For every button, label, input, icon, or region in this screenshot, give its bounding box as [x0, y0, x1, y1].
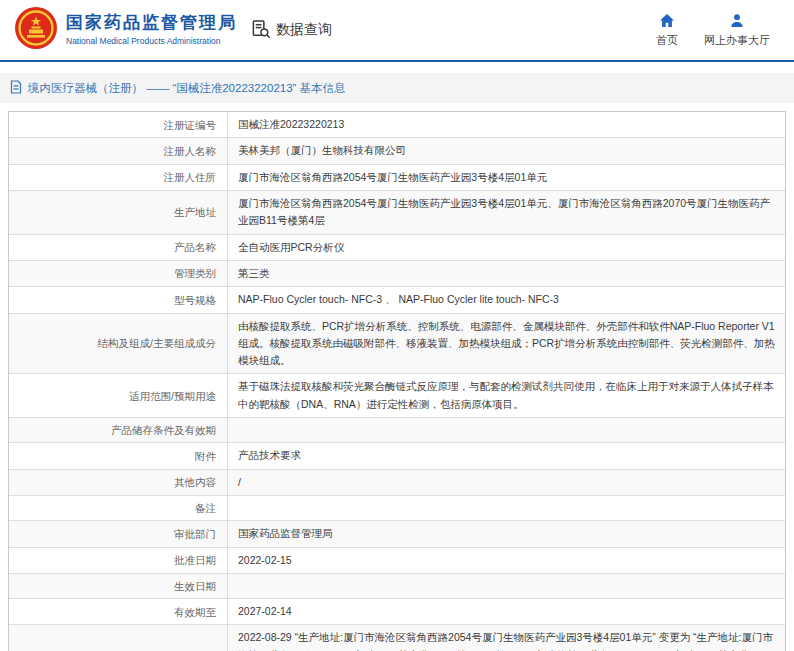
table-row: 有效期至2027-02-14 [9, 599, 785, 625]
row-value: 全自动医用PCR分析仪 [228, 235, 785, 260]
table-row: 备注 [9, 496, 785, 521]
document-search-icon [251, 19, 271, 42]
row-label: 产品储存条件及有效期 [9, 418, 228, 442]
registration-info-table: 注册证编号国械注准20223220213注册人名称美林美邦（厦门）生物科技有限公… [8, 111, 786, 651]
row-value: 2027-02-14 [228, 599, 785, 624]
home-icon [659, 13, 675, 30]
table-row: 产品储存条件及有效期 [9, 418, 785, 443]
row-label: 附件 [9, 443, 228, 468]
nav-home[interactable]: 首页 [656, 13, 678, 48]
user-icon [729, 13, 745, 30]
row-value [228, 496, 785, 520]
table-row: 附件产品技术要求 [9, 443, 785, 469]
row-value: 基于磁珠法提取核酸和荧光聚合酶链式反应原理，与配套的检测试剂共同使用，在临床上用… [228, 374, 785, 417]
row-label: 型号规格 [9, 287, 228, 312]
top-nav: 首页 网上办事大厅 [656, 13, 782, 48]
row-value: / [228, 470, 785, 495]
table-row: 生产地址厦门市海沧区翁角西路2054号厦门生物医药产业园3号楼4层01单元、厦门… [9, 191, 785, 235]
table-row: 适用范围/预期用途基于磁珠法提取核酸和荧光聚合酶链式反应原理，与配套的检测试剂共… [9, 374, 785, 418]
row-label: 其他内容 [9, 470, 228, 495]
table-row: 其他内容/ [9, 470, 785, 496]
row-value [228, 418, 785, 442]
table-row: 批准日期2022-02-15 [9, 548, 785, 574]
table-row: 管理类别第三类 [9, 261, 785, 287]
table-row: 结构及组成/主要组成成分由核酸提取系统、PCR扩增分析系统、控制系统、电源部件、… [9, 314, 785, 375]
row-value: 由核酸提取系统、PCR扩增分析系统、控制系统、电源部件、金属模块部件、外壳部件和… [228, 314, 785, 374]
table-row: 注册人住所厦门市海沧区翁角西路2054号厦门生物医药产业园3号楼4层01单元 [9, 165, 785, 191]
agency-logo: 国家药品监督管理局 National Medical Products Admi… [14, 6, 237, 54]
row-label: 有效期至 [9, 599, 228, 624]
row-label: 管理类别 [9, 261, 228, 286]
table-row: 型号规格NAP-Fluo Cycler touch- NFC-3 、 NAP-F… [9, 287, 785, 313]
row-value: 美林美邦（厦门）生物科技有限公司 [228, 138, 785, 163]
row-label: 注册证编号 [9, 112, 228, 137]
table-row: 产品名称全自动医用PCR分析仪 [9, 235, 785, 261]
row-value: 厦门市海沧区翁角西路2054号厦门生物医药产业园3号楼4层01单元、厦门市海沧区… [228, 191, 785, 234]
table-row: 生效日期 [9, 574, 785, 599]
row-label: 备注 [9, 496, 228, 520]
site-header: 国家药品监督管理局 National Medical Products Admi… [0, 0, 794, 62]
table-row: 注册证编号国械注准20223220213 [9, 112, 785, 138]
table-row: 审批部门国家药品监督管理局 [9, 521, 785, 547]
breadcrumb: 境内医疗器械（注册） —— “国械注准20223220213” 基本信息 [0, 73, 794, 103]
row-label: 结构及组成/主要组成成分 [9, 314, 228, 374]
row-value: 2022-02-15 [228, 548, 785, 573]
row-value: 国家药品监督管理局 [228, 521, 785, 546]
breadcrumb-text: 境内医疗器械（注册） —— “国械注准20223220213” 基本信息 [28, 81, 346, 96]
row-value: 第三类 [228, 261, 785, 286]
row-label: 注册人名称 [9, 138, 228, 163]
nav-online-hall[interactable]: 网上办事大厅 [704, 13, 770, 48]
row-value [228, 574, 785, 598]
table-row: 注册人名称美林美邦（厦门）生物科技有限公司 [9, 138, 785, 164]
table-row: 变更情况2022-08-29 “生产地址:厦门市海沧区翁角西路2054号厦门生物… [9, 625, 785, 651]
row-label: 批准日期 [9, 548, 228, 573]
row-label: 产品名称 [9, 235, 228, 260]
document-icon [10, 80, 22, 96]
row-value: 2022-08-29 “生产地址:厦门市海沧区翁角西路2054号厦门生物医药产业… [228, 625, 785, 651]
data-query-label: 数据查询 [276, 21, 332, 39]
row-label: 审批部门 [9, 521, 228, 546]
nav-home-label: 首页 [656, 33, 678, 48]
data-query-entry[interactable]: 数据查询 [251, 19, 332, 42]
national-emblem-icon [14, 6, 58, 54]
row-value: NAP-Fluo Cycler touch- NFC-3 、 NAP-Fluo … [228, 287, 785, 312]
row-label: 生产地址 [9, 191, 228, 234]
row-value: 国械注准20223220213 [228, 112, 785, 137]
agency-title-en: National Medical Products Administration [66, 36, 237, 46]
nav-online-hall-label: 网上办事大厅 [704, 33, 770, 48]
row-label: 注册人住所 [9, 165, 228, 190]
row-label: 适用范围/预期用途 [9, 374, 228, 417]
row-label: 变更情况 [9, 625, 228, 651]
main-content: 注册证编号国械注准20223220213注册人名称美林美邦（厦门）生物科技有限公… [0, 111, 794, 651]
row-label: 生效日期 [9, 574, 228, 598]
agency-title-cn: 国家药品监督管理局 [66, 14, 237, 33]
row-value: 产品技术要求 [228, 443, 785, 468]
row-value: 厦门市海沧区翁角西路2054号厦门生物医药产业园3号楼4层01单元 [228, 165, 785, 190]
